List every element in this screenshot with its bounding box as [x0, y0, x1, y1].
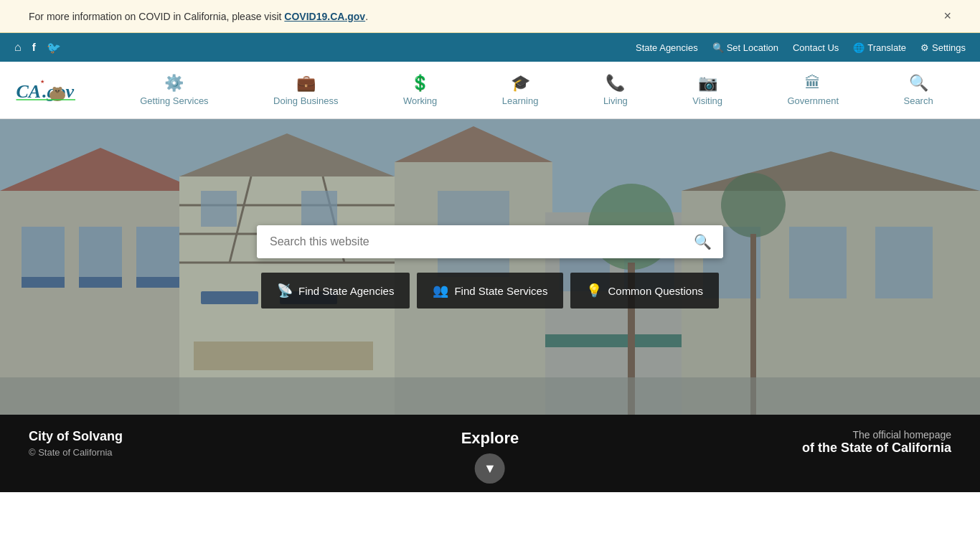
- translate-link[interactable]: 🌐 Translate: [853, 42, 906, 53]
- top-bar: ⌂ f 🐦 State Agencies 🔍 Set Location Cont…: [0, 33, 980, 62]
- covid-link[interactable]: COVID19.CA.gov: [284, 11, 365, 22]
- find-services-button[interactable]: 👥 Find State Services: [417, 273, 563, 309]
- top-bar-social: ⌂ f 🐦: [14, 41, 61, 55]
- find-agencies-label: Find State Agencies: [298, 285, 394, 297]
- search-nav-icon: 🔍: [909, 74, 928, 93]
- svg-point-6: [59, 87, 62, 90]
- logo-svg: CA ★ .gov: [14, 74, 79, 106]
- search-container: 🔍 📡 Find State Agencies 👥 Find State Ser…: [257, 225, 723, 309]
- home-link[interactable]: ⌂: [14, 41, 22, 54]
- state-agencies-link[interactable]: State Agencies: [636, 42, 698, 53]
- nav-label: Doing Business: [273, 95, 338, 106]
- nav-search[interactable]: 🔍 Search: [895, 67, 941, 113]
- footer-center: Explore ▼: [461, 429, 519, 484]
- search-icon: 🔍: [694, 234, 712, 250]
- nav-getting-services[interactable]: ⚙️ Getting Services: [131, 67, 217, 113]
- facebook-icon: f: [32, 41, 36, 53]
- nav-government[interactable]: 🏛 Government: [778, 67, 847, 113]
- nav-working[interactable]: 💲 Working: [395, 67, 446, 113]
- footer-left: City of Solvang © State of California: [29, 429, 123, 458]
- search-input[interactable]: [257, 225, 682, 258]
- gear-icon: ⚙: [920, 42, 929, 53]
- official-sub: The official homepage: [802, 429, 951, 441]
- common-questions-button[interactable]: 💡 Common Questions: [570, 273, 719, 309]
- nav-label: Working: [403, 95, 437, 106]
- official-main: of the State of California: [802, 441, 951, 456]
- questions-icon: 💡: [586, 283, 602, 298]
- copyright: © State of California: [29, 447, 123, 458]
- alert-text: For more information on COVID in Califor…: [29, 11, 368, 22]
- search-button[interactable]: 🔍: [682, 225, 723, 258]
- alert-banner: For more information on COVID in Califor…: [0, 0, 980, 33]
- find-agencies-button[interactable]: 📡 Find State Agencies: [261, 273, 410, 309]
- common-questions-label: Common Questions: [608, 285, 703, 297]
- svg-text:CA: CA: [17, 81, 42, 102]
- footer-right: The official homepage of the State of Ca…: [802, 429, 951, 456]
- nav-label: Search: [903, 95, 933, 106]
- site-logo[interactable]: CA ★ .gov: [14, 74, 79, 106]
- gears-icon: ⚙️: [164, 74, 184, 93]
- svg-point-11: [58, 90, 60, 92]
- svg-point-5: [53, 87, 57, 90]
- find-services-label: Find State Services: [454, 285, 547, 297]
- alert-close-button[interactable]: ×: [943, 9, 951, 24]
- hero-section: 🔍 📡 Find State Agencies 👥 Find State Ser…: [0, 119, 980, 415]
- services-icon: 👥: [433, 283, 448, 298]
- facebook-link[interactable]: f: [32, 41, 36, 54]
- quick-links: 📡 Find State Agencies 👥 Find State Servi…: [261, 273, 719, 309]
- nav-label: Visiting: [692, 95, 722, 106]
- twitter-icon: 🐦: [47, 42, 61, 54]
- nav-label: Getting Services: [140, 95, 208, 106]
- footer: City of Solvang © State of California Ex…: [0, 415, 980, 492]
- location-icon: 🔍: [712, 42, 724, 53]
- contact-us-link[interactable]: Contact Us: [793, 42, 839, 53]
- nav-label: Government: [787, 95, 839, 106]
- svg-point-10: [55, 90, 57, 92]
- nav-items: ⚙️ Getting Services 💼 Doing Business 💲 W…: [108, 67, 966, 113]
- twitter-link[interactable]: 🐦: [47, 41, 61, 55]
- nav-learning[interactable]: 🎓 Learning: [494, 67, 547, 113]
- phone-icon: 📞: [606, 74, 625, 93]
- explore-down-button[interactable]: ▼: [475, 453, 505, 484]
- nav-doing-business[interactable]: 💼 Doing Business: [265, 67, 347, 113]
- settings-link[interactable]: ⚙ Settings: [920, 42, 966, 53]
- location-title: City of Solvang: [29, 429, 123, 444]
- set-location-link[interactable]: 🔍 Set Location: [712, 42, 778, 53]
- nav-label: Learning: [502, 95, 539, 106]
- search-box: 🔍: [257, 225, 723, 258]
- agencies-icon: 📡: [277, 283, 293, 298]
- explore-label: Explore: [461, 429, 519, 448]
- home-icon: ⌂: [14, 41, 22, 53]
- top-bar-links: State Agencies 🔍 Set Location Contact Us…: [636, 42, 966, 53]
- globe-icon: 🌐: [853, 42, 864, 53]
- camera-icon: 📷: [698, 74, 717, 93]
- main-nav: CA ★ .gov ⚙️ Getting Services: [0, 62, 980, 119]
- dollar-icon: 💲: [410, 74, 430, 93]
- capitol-icon: 🏛: [805, 74, 821, 93]
- graduation-icon: 🎓: [511, 74, 530, 93]
- briefcase-icon: 💼: [296, 74, 316, 93]
- nav-visiting[interactable]: 📷 Visiting: [684, 67, 731, 113]
- nav-label: Living: [603, 95, 628, 106]
- nav-living[interactable]: 📞 Living: [595, 67, 636, 113]
